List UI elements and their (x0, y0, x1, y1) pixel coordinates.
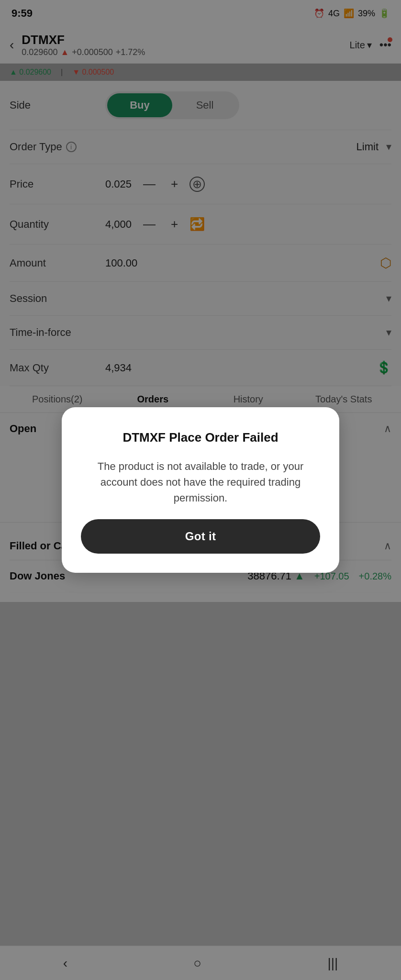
modal-message: The product is not available to trade, o… (81, 458, 320, 506)
got-it-button[interactable]: Got it (81, 519, 320, 554)
modal-title: DTMXF Place Order Failed (123, 430, 278, 445)
modal-overlay: DTMXF Place Order Failed The product is … (0, 0, 401, 980)
modal-dialog: DTMXF Place Order Failed The product is … (62, 407, 339, 573)
